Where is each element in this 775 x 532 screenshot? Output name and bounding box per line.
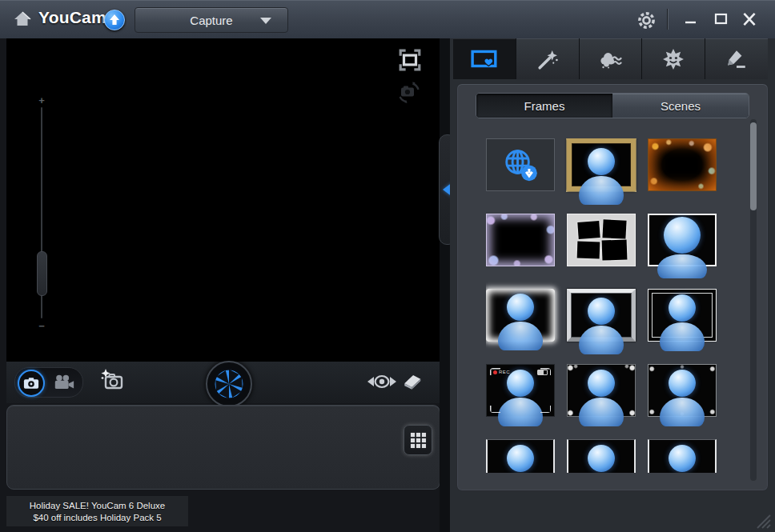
collage-photo [577,242,600,259]
video-mode-button[interactable] [50,371,78,394]
avatar-body [579,176,624,205]
magic-wand-icon [536,49,559,70]
tab-frames-scenes[interactable] [453,38,516,79]
photo-mode-button[interactable] [18,370,45,397]
settings-button[interactable] [634,10,658,30]
frame-thumbnail-photo-collage[interactable] [567,214,636,266]
capture-controls-bar [6,362,440,403]
fullscreen-icon[interactable] [398,48,422,72]
gallery-button[interactable] [404,425,432,455]
avatar-head [507,294,534,321]
upgrade-icon[interactable] [104,10,125,30]
clear-effects-button[interactable] [402,372,424,391]
frame-thumbnail-double-line[interactable] [648,289,717,342]
avatar-head [588,445,615,472]
zoom-slider-thumb[interactable] [37,251,47,296]
pencil-icon [725,49,748,70]
grid-icon [410,432,427,449]
avatar-head [588,370,615,397]
avatar-body [660,398,705,426]
category-tabs: Frames Scenes [476,93,749,118]
photo-video-toggle [14,367,83,398]
tab-effects[interactable] [516,38,579,79]
avatar-placeholder [649,290,716,341]
avatar-placeholder [572,143,631,186]
frame-thumbnail-orange-bokeh[interactable] [648,138,717,191]
star-face-icon [662,48,685,70]
avatar-placeholder [488,440,553,473]
photo-camera-icon [23,377,39,390]
avatar-head [669,445,696,472]
frame-thumbnail-pastel-bubbles[interactable] [486,214,555,266]
mode-selector-dropdown[interactable]: Capture [135,7,288,33]
tab-frames[interactable]: Frames [476,94,612,118]
tab-distortions[interactable] [580,38,642,79]
promo-banner[interactable]: Holiday SALE! YouCam 6 Deluxe $40 off in… [6,496,188,526]
frames-panel: Frames Scenes REC [456,83,769,491]
youcam-app: { "window": { "app_title": "YouCam", "mo… [0,0,775,532]
frame-thumbnail-camcorder-viewfinder[interactable]: REC [486,364,555,417]
frame-thumbnail-download-more[interactable] [486,138,555,191]
avatar-head [588,148,615,175]
frame-thumbnail-soft-glow[interactable] [486,289,555,342]
mode-selector-label: Capture [190,14,232,27]
frame-thumbnail-side-lines-2[interactable] [567,439,636,473]
compare-original-button[interactable] [367,374,399,391]
collage-photo [602,219,626,238]
collage-photo [577,221,600,239]
snapshot-effects-button[interactable] [99,368,126,394]
frames-scrollbar[interactable] [750,119,757,481]
eraser-icon [402,372,423,390]
switch-camera-icon[interactable] [396,80,423,104]
tab-draw[interactable] [705,38,768,79]
frame-thumbnail-flourish-corners-2[interactable] [648,364,717,417]
minimize-button[interactable] [680,10,702,28]
scrollbar-thumb[interactable] [750,122,757,210]
frame-thumbnail-side-lines-3[interactable] [648,439,717,473]
frame-thumbnail-silver-metal[interactable] [567,289,636,342]
download-globe-icon [502,146,539,183]
left-region: + − [0,38,447,532]
rec-indicator: REC [493,370,510,374]
titlebar-separator [667,9,668,30]
frame-thumbnail-white-border[interactable] [648,214,717,266]
avatar-body [579,398,624,426]
zoom-in-label[interactable]: + [30,94,53,106]
avatar-placeholder [649,215,715,265]
video-camera-icon [53,374,75,391]
battery-icon [537,370,548,375]
panel-divider [440,38,450,532]
avatar-body [657,254,707,278]
avatar-head [669,370,696,397]
tab-emotions[interactable] [642,38,705,79]
title-bar: YouCam Capture [0,0,775,39]
avatar-placeholder [571,293,632,338]
effect-tab-strip [453,38,768,79]
effects-region: Frames Scenes REC [450,38,775,532]
frame-thumbnail-flourish-corners[interactable] [567,364,636,417]
app-title: YouCam [38,8,106,27]
splat-icon [598,49,622,70]
zoom-slider[interactable]: + − [30,94,53,331]
avatar-body [660,322,705,351]
tab-scenes[interactable]: Scenes [612,94,749,118]
eye-icon [367,374,397,390]
aperture-icon [212,367,246,401]
chevron-down-icon [260,18,271,24]
frame-thumbnail-ornate-gold[interactable] [567,138,636,191]
resize-grip[interactable] [749,509,772,530]
avatar-body [498,322,543,350]
maximize-button[interactable] [710,10,733,28]
gear-icon [636,10,657,30]
close-button[interactable] [738,10,761,28]
zoom-out-label[interactable]: − [30,320,53,332]
capture-shutter-button[interactable] [206,361,252,407]
avatar-placeholder [649,440,715,473]
collage-photo [602,239,628,260]
captured-media-tray [6,405,440,490]
webcam-preview: + − [6,38,440,362]
home-icon[interactable] [13,10,32,29]
frame-thumbnail-side-lines-1[interactable] [486,439,555,473]
avatar-placeholder [486,289,555,342]
sparkle-camera-icon [99,368,125,390]
